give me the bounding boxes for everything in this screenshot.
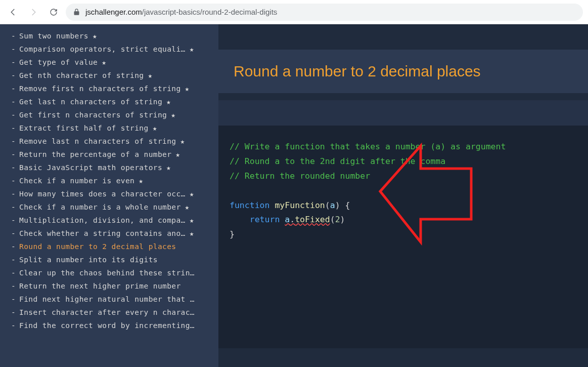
sidebar-item[interactable]: -Remove last n characters of string★: [0, 135, 218, 148]
sidebar-item[interactable]: -Check if a number is even★: [0, 174, 218, 187]
code-blank-line: [230, 184, 577, 198]
bullet: -: [11, 282, 16, 290]
arrow-right-icon: [29, 8, 38, 17]
sidebar-item-label: Find next higher natural number that …: [19, 295, 195, 303]
star-icon: ★: [185, 203, 190, 211]
star-icon: ★: [93, 32, 97, 40]
sidebar-item-label: Get first n characters of string: [19, 111, 167, 119]
sidebar-item[interactable]: -Split a number into its digits: [0, 253, 218, 266]
star-icon: ★: [171, 111, 175, 119]
sidebar-item[interactable]: -Check whether a string contains ano…★: [0, 227, 218, 240]
bullet: -: [11, 216, 16, 224]
star-icon: ★: [153, 124, 157, 132]
sidebar-item-label: Split a number into its digits: [19, 256, 158, 264]
page-title: Round a number to 2 decimal places: [234, 63, 573, 80]
main-content: Round a number to 2 decimal places // Wr…: [218, 24, 588, 367]
sidebar-item-label: Check if a number is a whole number: [19, 203, 181, 211]
sidebar-item[interactable]: -Round a number to 2 decimal places: [0, 240, 218, 253]
bullet: -: [11, 58, 16, 66]
sidebar-item-label: Round a number to 2 decimal places: [19, 242, 176, 251]
bullet: -: [11, 229, 16, 237]
sidebar-item[interactable]: -Multiplication, division, and compa…★: [0, 214, 218, 227]
sidebar-item[interactable]: -Find the correct word by incrementing…: [0, 319, 218, 332]
sidebar-item[interactable]: -Get nth character of string★: [0, 69, 218, 82]
sidebar-item[interactable]: -Get last n characters of string★: [0, 95, 218, 108]
sidebar-item-label: Get type of value: [19, 58, 98, 66]
bullet: -: [11, 111, 16, 119]
star-icon: ★: [190, 45, 194, 53]
code-comment: // Write a function that takes a number …: [230, 140, 577, 154]
sidebar-item[interactable]: -Check if a number is a whole number★: [0, 200, 218, 214]
sidebar-item[interactable]: -Clear up the chaos behind these strin…: [0, 266, 218, 279]
sidebar[interactable]: -Sum two numbers★-Comparison operators, …: [0, 24, 218, 367]
star-icon: ★: [148, 71, 153, 79]
sidebar-item-label: Return the next higher prime number: [19, 282, 181, 290]
star-icon: ★: [102, 58, 106, 66]
sidebar-item[interactable]: -Return the percentage of a number★: [0, 148, 218, 161]
bullet: -: [11, 269, 16, 277]
star-icon: ★: [166, 164, 171, 172]
sidebar-item[interactable]: -Get first n characters of string★: [0, 108, 218, 121]
sidebar-item[interactable]: -Sum two numbers★: [0, 29, 218, 43]
sidebar-item-label: Get last n characters of string: [19, 98, 162, 106]
star-icon: ★: [166, 98, 171, 106]
sidebar-item[interactable]: -Insert character after every n charac…: [0, 306, 218, 319]
sidebar-item-label: Find the correct word by incrementing…: [19, 321, 195, 330]
bullet: -: [11, 45, 16, 53]
code-line-return: return a.toFixed(2): [230, 213, 577, 227]
sidebar-item[interactable]: -Comparison operators, strict equali…★: [0, 43, 218, 56]
sidebar-item[interactable]: -Remove first n characters of string★: [0, 82, 218, 95]
sidebar-item[interactable]: -Get type of value★: [0, 56, 218, 69]
sidebar-item[interactable]: -Find next higher natural number that …: [0, 293, 218, 306]
bullet: -: [11, 190, 16, 198]
title-band: Round a number to 2 decimal places: [218, 50, 588, 93]
url-text: jschallenger.com/javascript-basics/round…: [85, 8, 277, 16]
code-line-fn-decl: function myFunction(a) {: [230, 198, 577, 213]
sidebar-item-label: Comparison operators, strict equali…: [19, 45, 186, 53]
sidebar-item-label: How many times does a character occ…: [19, 190, 186, 198]
bullet: -: [11, 295, 16, 303]
star-icon: ★: [180, 137, 185, 145]
code-line-close: }: [230, 227, 577, 242]
lock-icon: [73, 8, 80, 16]
arrow-left-icon: [9, 8, 18, 17]
spacer-band: [218, 100, 588, 126]
bullet: -: [11, 203, 16, 211]
sidebar-item-label: Multiplication, division, and compa…: [19, 216, 186, 224]
bullet: -: [11, 71, 16, 79]
sidebar-item-label: Remove last n characters of string: [19, 137, 176, 145]
sidebar-item-label: Insert character after every n charac…: [19, 308, 195, 316]
bullet: -: [11, 85, 16, 93]
bullet: -: [11, 177, 16, 185]
sidebar-item-label: Return the percentage of a number: [19, 150, 171, 158]
bullet: -: [11, 98, 16, 106]
bullet: -: [11, 150, 16, 158]
sidebar-item[interactable]: -How many times does a character occ…★: [0, 187, 218, 200]
code-editor[interactable]: // Write a function that takes a number …: [218, 126, 588, 348]
bullet: -: [11, 164, 16, 172]
forward-button[interactable]: [25, 4, 41, 20]
star-icon: ★: [190, 190, 194, 198]
bullet: -: [11, 308, 16, 316]
star-icon: ★: [190, 229, 194, 237]
back-button[interactable]: [5, 4, 21, 20]
star-icon: ★: [175, 150, 180, 158]
sidebar-item-label: Sum two numbers: [19, 32, 88, 40]
sidebar-item[interactable]: -Return the next higher prime number: [0, 279, 218, 293]
sidebar-item[interactable]: -Basic JavaScript math operators★: [0, 161, 218, 174]
bullet: -: [11, 137, 16, 145]
sidebar-item-label: Basic JavaScript math operators: [19, 164, 162, 172]
reload-button[interactable]: [46, 4, 62, 20]
reload-icon: [49, 8, 58, 17]
sidebar-item[interactable]: -Extract first half of string★: [0, 121, 218, 135]
sidebar-item-label: Check whether a string contains ano…: [19, 229, 186, 237]
sidebar-item-label: Extract first half of string: [19, 124, 149, 132]
sidebar-item-label: Clear up the chaos behind these strin…: [19, 269, 195, 277]
browser-toolbar: jschallenger.com/javascript-basics/round…: [0, 0, 588, 24]
sidebar-item-label: Remove first n characters of string: [19, 85, 181, 93]
bullet: -: [11, 124, 16, 132]
address-bar[interactable]: jschallenger.com/javascript-basics/round…: [66, 4, 583, 21]
code-comment: // Round a to the 2nd digit after the co…: [230, 154, 577, 169]
star-icon: ★: [190, 216, 194, 224]
sidebar-item-label: Get nth character of string: [19, 71, 144, 79]
